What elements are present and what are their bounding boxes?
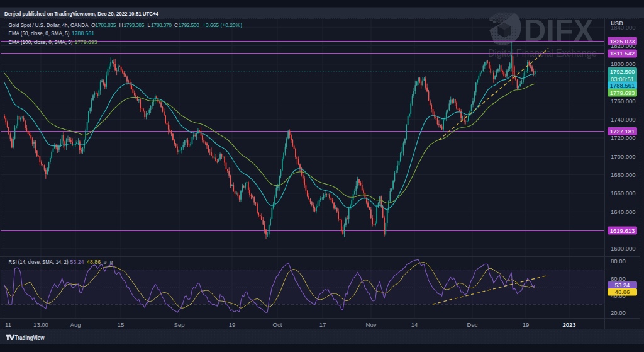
svg-text:80.00: 80.00: [611, 258, 626, 264]
svg-text:1811.542: 1811.542: [610, 50, 635, 57]
svg-text:20.00: 20.00: [611, 309, 626, 316]
svg-text:C: C: [174, 22, 178, 28]
svg-text:Sep: Sep: [174, 321, 185, 328]
svg-text:1788.370: 1788.370: [151, 22, 172, 28]
svg-text:1825.073: 1825.073: [610, 38, 635, 45]
svg-text:Dec: Dec: [467, 321, 478, 328]
svg-text:1779.693: 1779.693: [610, 89, 635, 96]
svg-text:2023: 2023: [562, 321, 575, 328]
svg-text:1788.561: 1788.561: [72, 30, 94, 37]
svg-text:1619.613: 1619.613: [610, 227, 635, 234]
svg-text:53.24: 53.24: [70, 259, 84, 265]
svg-text:1660.000: 1660.000: [611, 190, 636, 196]
svg-text:1720.000: 1720.000: [611, 134, 636, 141]
svg-text:Denjed published on TradingVie: Denjed published on TradingView.com, Dec…: [4, 10, 159, 17]
svg-text:1640.000: 1640.000: [611, 208, 636, 215]
svg-text:Gold Spot / U.S. Dollar, 4h, O: Gold Spot / U.S. Dollar, 4h, OANDA: [9, 22, 89, 28]
svg-text:1600.000: 1600.000: [611, 245, 636, 252]
svg-text:03:08:51: 03:08:51: [611, 76, 634, 82]
svg-text:EMA (50, close, 0, SMA, 5): EMA (50, close, 0, SMA, 5): [9, 30, 70, 37]
svg-text:1800.000: 1800.000: [611, 60, 636, 67]
svg-text:1700.000: 1700.000: [611, 153, 636, 160]
svg-text:15: 15: [118, 321, 125, 328]
svg-text:+3.665 (+0.20%): +3.665 (+0.20%): [203, 22, 242, 28]
svg-text:60.00: 60.00: [611, 275, 626, 282]
svg-text:ø: ø: [110, 259, 114, 265]
svg-text:1792.500: 1792.500: [610, 68, 635, 75]
svg-text:1779.693: 1779.693: [75, 39, 97, 45]
svg-text:Oct: Oct: [273, 321, 282, 328]
svg-text:48.86: 48.86: [87, 259, 101, 265]
svg-text:1840.000: 1840.000: [611, 24, 636, 31]
svg-text:ø: ø: [104, 259, 108, 265]
svg-text:48.86: 48.86: [615, 288, 630, 295]
svg-text:19: 19: [523, 321, 530, 328]
svg-text:RSI (14, close, SMA, 14, 2): RSI (14, close, SMA, 14, 2): [9, 259, 69, 265]
svg-text:Aug: Aug: [70, 321, 81, 328]
svg-text:19: 19: [229, 321, 236, 328]
svg-text:1727.181: 1727.181: [610, 128, 635, 135]
svg-text:DIFX: DIFX: [524, 13, 594, 48]
svg-text:14: 14: [411, 321, 418, 328]
svg-text:H: H: [119, 22, 123, 28]
svg-text:13:00: 13:00: [33, 321, 48, 328]
svg-text:Nov: Nov: [366, 321, 377, 328]
svg-text:TradingView: TradingView: [15, 334, 45, 341]
svg-text:1760.000: 1760.000: [611, 98, 636, 105]
svg-text:1680.000: 1680.000: [611, 171, 636, 178]
svg-text:17: 17: [319, 321, 326, 328]
svg-text:53.24: 53.24: [615, 281, 630, 288]
svg-text:1788.835: 1788.835: [96, 22, 116, 28]
svg-text:1792.500: 1792.500: [179, 22, 199, 28]
svg-text:11: 11: [5, 321, 11, 328]
svg-text:EMA (100, close, 0, SMA, 5): EMA (100, close, 0, SMA, 5): [9, 39, 73, 45]
svg-text:1788.561: 1788.561: [610, 82, 635, 89]
svg-text:L: L: [148, 22, 151, 28]
svg-text:1740.000: 1740.000: [611, 116, 636, 123]
svg-text:1793.385: 1793.385: [124, 22, 145, 28]
